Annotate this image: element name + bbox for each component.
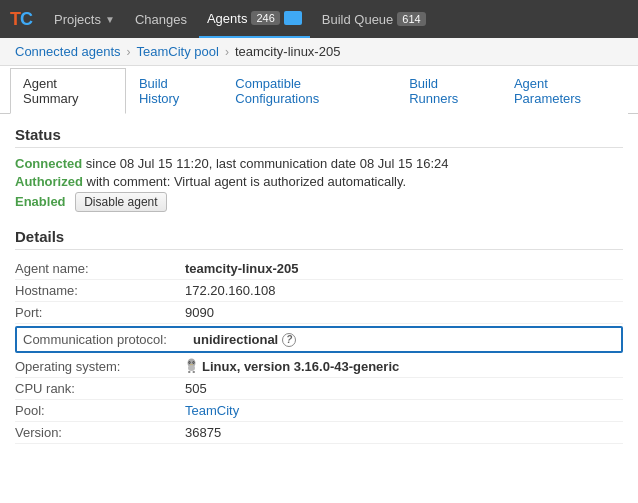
- nav-agents-label: Agents: [207, 11, 247, 26]
- agents-status-icon: [284, 11, 302, 25]
- breadcrumb: Connected agents › TeamCity pool › teamc…: [0, 38, 638, 66]
- detail-port-row: Port: 9090: [15, 302, 623, 324]
- tab-build-history[interactable]: Build History: [126, 68, 222, 114]
- logo-t: T: [10, 9, 20, 29]
- tabs-bar: Agent Summary Build History Compatible C…: [0, 68, 638, 114]
- breadcrumb-connected-agents[interactable]: Connected agents: [15, 44, 121, 59]
- svg-point-4: [193, 362, 194, 363]
- tab-compatible-configurations[interactable]: Compatible Configurations: [222, 68, 396, 114]
- nav-build-queue[interactable]: Build Queue 614: [314, 0, 434, 38]
- svg-point-5: [188, 365, 195, 371]
- tab-build-history-label: Build History: [139, 76, 179, 106]
- status-authorized-text: with comment: Virtual agent is authorize…: [87, 174, 407, 189]
- nav-projects-label: Projects: [54, 12, 101, 27]
- detail-os-label: Operating system:: [15, 359, 185, 374]
- detail-cpu-rank-label: CPU rank:: [15, 381, 185, 396]
- detail-pool-value[interactable]: TeamCity: [185, 403, 239, 418]
- linux-tux-icon: [185, 358, 198, 374]
- status-title: Status: [15, 126, 623, 148]
- detail-version-value: 36875: [185, 425, 221, 440]
- details-title: Details: [15, 228, 623, 250]
- detail-protocol-label: Communication protocol:: [23, 332, 193, 347]
- status-authorized-label: Authorized: [15, 174, 83, 189]
- detail-version-label: Version:: [15, 425, 185, 440]
- logo: TC: [10, 9, 32, 30]
- tab-agent-parameters-label: Agent Parameters: [514, 76, 581, 106]
- projects-chevron-icon: ▼: [105, 14, 115, 25]
- nav-changes-label: Changes: [135, 12, 187, 27]
- protocol-help-icon[interactable]: ?: [282, 333, 296, 347]
- status-connected-since: since 08 Jul 15 11:20, last communicatio…: [86, 156, 449, 171]
- detail-agent-name-value: teamcity-linux-205: [185, 261, 298, 276]
- status-enabled-label: Enabled: [15, 194, 66, 209]
- logo-text: TC: [10, 9, 32, 30]
- top-navigation: TC Projects ▼ Changes Agents 246 Build Q…: [0, 0, 638, 38]
- tab-agent-summary[interactable]: Agent Summary: [10, 68, 126, 114]
- disable-agent-button[interactable]: Disable agent: [75, 192, 166, 212]
- detail-port-value: 9090: [185, 305, 214, 320]
- main-content: Status Connected since 08 Jul 15 11:20, …: [0, 114, 638, 456]
- status-connected-label: Connected: [15, 156, 82, 171]
- detail-agent-name-label: Agent name:: [15, 261, 185, 276]
- detail-hostname-value: 172.20.160.108: [185, 283, 275, 298]
- detail-cpu-rank-value: 505: [185, 381, 207, 396]
- build-queue-count-badge: 614: [397, 12, 425, 26]
- details-section: Details Agent name: teamcity-linux-205 H…: [15, 228, 623, 444]
- logo-c: C: [20, 9, 32, 29]
- detail-agent-name-row: Agent name: teamcity-linux-205: [15, 258, 623, 280]
- tab-agent-parameters[interactable]: Agent Parameters: [501, 68, 628, 114]
- status-enabled-row: Enabled Disable agent: [15, 192, 623, 212]
- status-authorized-row: Authorized with comment: Virtual agent i…: [15, 174, 623, 189]
- tab-compatible-configurations-label: Compatible Configurations: [235, 76, 319, 106]
- breadcrumb-teamcity-pool[interactable]: TeamCity pool: [137, 44, 219, 59]
- detail-os-row: Operating system: Linux, version 3.16.0-…: [15, 355, 623, 378]
- breadcrumb-current-agent: teamcity-linux-205: [235, 44, 341, 59]
- tab-build-runners-label: Build Runners: [409, 76, 458, 106]
- linux-icon: [185, 358, 198, 374]
- nav-projects[interactable]: Projects ▼: [46, 0, 123, 38]
- svg-point-3: [189, 362, 190, 363]
- detail-hostname-label: Hostname:: [15, 283, 185, 298]
- breadcrumb-sep-2: ›: [225, 45, 229, 59]
- detail-protocol-row: Communication protocol: unidirectional ?: [15, 326, 623, 353]
- detail-port-label: Port:: [15, 305, 185, 320]
- detail-hostname-row: Hostname: 172.20.160.108: [15, 280, 623, 302]
- breadcrumb-sep-1: ›: [127, 45, 131, 59]
- detail-pool-label: Pool:: [15, 403, 185, 418]
- status-section: Status Connected since 08 Jul 15 11:20, …: [15, 126, 623, 212]
- tab-agent-summary-label: Agent Summary: [23, 76, 79, 106]
- tab-build-runners[interactable]: Build Runners: [396, 68, 501, 114]
- status-connected-row: Connected since 08 Jul 15 11:20, last co…: [15, 156, 623, 171]
- detail-protocol-value: unidirectional: [193, 332, 278, 347]
- agents-count-badge: 246: [251, 11, 279, 25]
- detail-os-value: Linux, version 3.16.0-43-generic: [202, 359, 399, 374]
- nav-changes[interactable]: Changes: [127, 0, 195, 38]
- svg-rect-7: [193, 371, 196, 373]
- detail-pool-row: Pool: TeamCity: [15, 400, 623, 422]
- nav-build-queue-label: Build Queue: [322, 12, 394, 27]
- detail-cpu-rank-row: CPU rank: 505: [15, 378, 623, 400]
- svg-rect-6: [188, 371, 191, 373]
- detail-version-row: Version: 36875: [15, 422, 623, 444]
- nav-agents[interactable]: Agents 246: [199, 0, 310, 38]
